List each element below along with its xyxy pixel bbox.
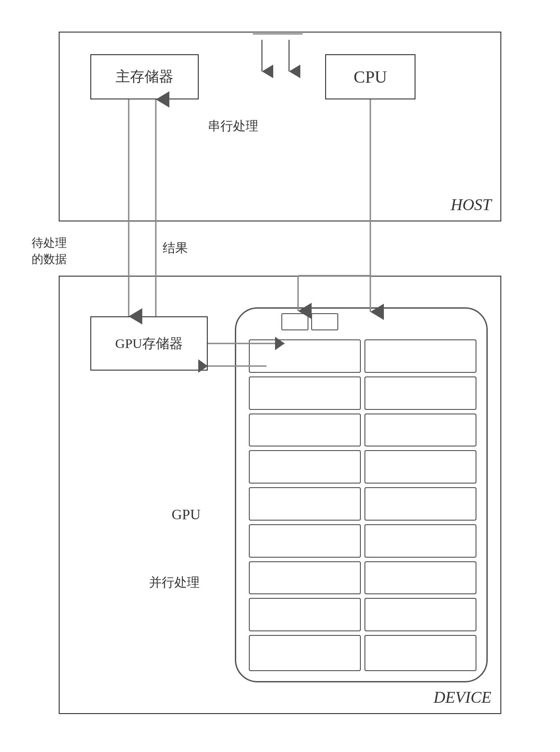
result-label: 结果 bbox=[163, 240, 188, 257]
gpu-cell bbox=[249, 339, 361, 373]
gpu-cell-large bbox=[249, 635, 361, 671]
gpu-cell bbox=[364, 450, 476, 484]
pending-data-label: 待处理 的数据 bbox=[32, 235, 67, 268]
gpu-cell-large bbox=[364, 635, 476, 671]
device-label: DEVICE bbox=[434, 688, 491, 707]
gpu-cell bbox=[364, 598, 476, 631]
gpu-cell bbox=[249, 414, 361, 447]
gpu-cell bbox=[249, 487, 361, 521]
host-label: HOST bbox=[451, 195, 491, 214]
gpu-memory-label: GPU存储器 bbox=[115, 334, 183, 353]
gpu-top-cell-2 bbox=[311, 313, 338, 330]
gpu-cell bbox=[364, 487, 476, 521]
cpu-label: CPU bbox=[354, 67, 387, 87]
gpu-cell bbox=[364, 561, 476, 595]
gpu-processing-grid bbox=[245, 336, 480, 675]
main-memory-box: 主存储器 bbox=[90, 54, 199, 99]
gpu-cell bbox=[249, 376, 361, 410]
gpu-chip bbox=[235, 307, 488, 682]
gpu-cell bbox=[249, 561, 361, 595]
gpu-cell bbox=[249, 450, 361, 484]
cpu-box: CPU bbox=[325, 54, 415, 99]
gpu-cell bbox=[364, 376, 476, 410]
gpu-memory-box: GPU存储器 bbox=[90, 316, 208, 371]
parallel-processing-label: 并行处理 bbox=[149, 574, 200, 591]
serial-processing-label: 串行处理 bbox=[208, 118, 258, 135]
gpu-cell bbox=[249, 598, 361, 631]
gpu-cell bbox=[364, 339, 476, 373]
diagram-container: HOST 主存储器 CPU 串行处理 DEVICE GPU存储器 GPU 并行处… bbox=[32, 18, 528, 732]
gpu-cell bbox=[249, 524, 361, 558]
gpu-top-cell-1 bbox=[281, 313, 308, 330]
gpu-cell bbox=[364, 414, 476, 447]
gpu-top-cells bbox=[281, 313, 338, 330]
gpu-cell bbox=[364, 524, 476, 558]
main-memory-label: 主存储器 bbox=[116, 67, 173, 87]
gpu-label: GPU bbox=[172, 506, 201, 523]
